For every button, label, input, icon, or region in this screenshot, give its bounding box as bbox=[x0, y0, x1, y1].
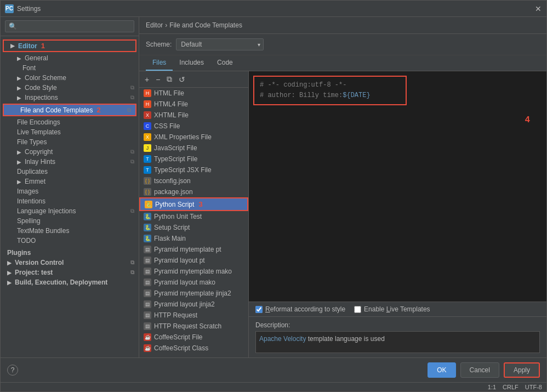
file-item-python-script[interactable]: 🐍 Python Script 3 bbox=[139, 197, 248, 211]
project-label: Project: test bbox=[15, 269, 53, 276]
file-encodings-label: File Encodings bbox=[17, 118, 60, 126]
label-1: 1 bbox=[41, 42, 45, 50]
reformat-checkbox[interactable] bbox=[255, 306, 263, 313]
file-item-xml-properties[interactable]: X XML Properties File bbox=[139, 132, 248, 143]
file-item-pyramid-layout-mako[interactable]: ▤ Pyramid layout mako bbox=[139, 277, 248, 288]
cancel-button[interactable]: Cancel bbox=[460, 362, 499, 378]
build-label: Build, Execution, Deployment bbox=[15, 279, 107, 286]
file-item-tsconfig[interactable]: { } tsconfig.json bbox=[139, 175, 248, 186]
file-item-http-request[interactable]: ▤ HTTP Request bbox=[139, 310, 248, 321]
plugins-label: Plugins bbox=[7, 249, 31, 257]
title-bar: PC Settings ✕ bbox=[1, 1, 546, 17]
sidebar-item-file-and-code-templates[interactable]: File and Code Templates 2 ⧉ bbox=[4, 105, 135, 115]
sidebar-item-project[interactable]: ▶ Project: test ⧉ bbox=[1, 268, 139, 277]
reformat-checkbox-label[interactable]: Reformat according to style bbox=[255, 305, 345, 313]
file-item-pyramid-mytemplate-jinja2[interactable]: ▤ Pyramid mytemplate jinja2 bbox=[139, 288, 248, 299]
add-button[interactable]: + bbox=[143, 74, 151, 85]
sidebar-item-live-templates[interactable]: Live Templates bbox=[1, 127, 139, 137]
ok-button[interactable]: OK bbox=[428, 362, 455, 378]
icon-xml: X bbox=[144, 133, 151, 141]
sidebar-item-textmate-bundles[interactable]: TextMate Bundles bbox=[1, 226, 139, 236]
sidebar-item-copyright[interactable]: ▶ Copyright ⧉ bbox=[1, 147, 139, 157]
breadcrumb-separator: › bbox=[165, 21, 167, 29]
remove-button[interactable]: − bbox=[153, 74, 162, 85]
icon-pyramid-layout-pt: ▤ bbox=[144, 257, 151, 264]
sidebar-item-emmet[interactable]: ▶ Emmet bbox=[1, 177, 139, 186]
file-item-html[interactable]: H HTML File bbox=[139, 88, 248, 99]
file-item-pyramid-mytemplate-pt[interactable]: ▤ Pyramid mytemplate pt bbox=[139, 244, 248, 255]
sidebar-item-todo[interactable]: TODO bbox=[1, 236, 139, 246]
file-item-flask-main[interactable]: 🐍 Flask Main bbox=[139, 233, 248, 244]
file-item-pyramid-layout-jinja2[interactable]: ▤ Pyramid layout jinja2 bbox=[139, 299, 248, 310]
scheme-select[interactable]: Default Project bbox=[176, 38, 264, 50]
file-item-http-request-scratch[interactable]: ▤ HTTP Request Scratch bbox=[139, 321, 248, 332]
sidebar-item-build[interactable]: ▶ Build, Execution, Deployment bbox=[1, 277, 139, 287]
vc-arrow: ▶ bbox=[7, 260, 13, 266]
sidebar-item-file-encodings[interactable]: File Encodings bbox=[1, 117, 139, 127]
sidebar-item-inspections[interactable]: ▶ Inspections ⧉ bbox=[1, 93, 139, 103]
file-label-xml-properties: XML Properties File bbox=[154, 133, 212, 141]
sidebar-item-color-scheme[interactable]: ▶ Color Scheme bbox=[1, 73, 139, 83]
description-label: Description: bbox=[255, 321, 540, 329]
sidebar-item-images[interactable]: Images bbox=[1, 186, 139, 196]
sidebar-item-general[interactable]: ▶ General bbox=[1, 53, 139, 63]
live-templates-checkbox[interactable] bbox=[354, 306, 361, 313]
sidebar-item-language-injections[interactable]: Language Injections ⧉ bbox=[1, 206, 139, 216]
tab-code[interactable]: Code bbox=[210, 55, 240, 71]
sidebar-item-file-types[interactable]: File Types bbox=[1, 137, 139, 147]
code-editor-area[interactable]: # -*- coding:utf-8 -*- # author: Billy t… bbox=[249, 71, 546, 302]
search-input[interactable] bbox=[5, 20, 134, 32]
file-item-css[interactable]: C CSS File bbox=[139, 121, 248, 132]
emmet-arrow: ▶ bbox=[17, 179, 22, 185]
icon-tsconfig: { } bbox=[144, 177, 151, 185]
icon-pyramid-mytemplate-pt: ▤ bbox=[144, 246, 151, 253]
file-label-pyramid-layout-mako: Pyramid layout mako bbox=[154, 279, 215, 286]
file-item-python-unit-test[interactable]: 🐍 Python Unit Test bbox=[139, 211, 248, 222]
file-item-coffeescript-file[interactable]: ☕ CoffeeScript File bbox=[139, 332, 248, 343]
help-button[interactable]: ? bbox=[7, 365, 18, 376]
icon-pyramid-layout-jinja2: ▤ bbox=[144, 300, 151, 308]
file-item-javascript[interactable]: J JavaScript File bbox=[139, 143, 248, 154]
icon-python-script: 🐍 bbox=[145, 201, 152, 208]
sidebar-item-plugins[interactable]: Plugins bbox=[1, 248, 139, 258]
copy-icon-copyright: ⧉ bbox=[130, 149, 134, 155]
live-templates-checkbox-label[interactable]: Enable Live Templates bbox=[354, 305, 430, 313]
file-item-coffeescript-class[interactable]: ☕ CoffeeScript Class bbox=[139, 343, 248, 354]
file-label-http-request: HTTP Request bbox=[154, 311, 197, 319]
sidebar-item-editor[interactable]: ▶ Editor 1 bbox=[4, 41, 135, 51]
file-item-xhtml[interactable]: X XHTML File bbox=[139, 110, 248, 121]
copy-icon-vc: ⧉ bbox=[130, 259, 134, 266]
file-label-xhtml: XHTML File bbox=[154, 111, 189, 119]
sidebar-item-code-style[interactable]: ▶ Code Style ⧉ bbox=[1, 83, 139, 93]
sidebar-item-inlay-hints[interactable]: ▶ Inlay Hints ⧉ bbox=[1, 157, 139, 167]
version-control-label: Version Control bbox=[15, 259, 64, 266]
icon-ts: T bbox=[144, 155, 151, 163]
file-item-pyramid-mytemplate-mako[interactable]: ▤ Pyramid mytemplate mako bbox=[139, 266, 248, 277]
emmet-label: Emmet bbox=[25, 178, 45, 185]
file-label-javascript: JavaScript File bbox=[154, 144, 197, 152]
file-item-setup-script[interactable]: 🐍 Setup Script bbox=[139, 222, 248, 233]
file-types-label: File Types bbox=[17, 138, 47, 146]
reset-button[interactable]: ↺ bbox=[176, 74, 187, 85]
file-item-html4[interactable]: H HTML4 File bbox=[139, 99, 248, 110]
code-line-1: # -*- coding:utf-8 -*- bbox=[260, 80, 400, 90]
tab-includes[interactable]: Includes bbox=[173, 55, 210, 71]
code-options: Reformat according to style Enable Live … bbox=[249, 302, 546, 317]
tab-files[interactable]: Files bbox=[146, 55, 173, 71]
sidebar-item-intentions[interactable]: Intentions bbox=[1, 196, 139, 206]
copy-button[interactable]: ⧉ bbox=[164, 73, 174, 85]
file-item-typescript-jsx[interactable]: T TypeScript JSX File bbox=[139, 164, 248, 175]
close-button[interactable]: ✕ bbox=[534, 5, 542, 13]
sidebar-item-spelling[interactable]: Spelling bbox=[1, 216, 139, 226]
apache-velocity-link[interactable]: Apache Velocity bbox=[259, 335, 306, 343]
color-scheme-arrow: ▶ bbox=[17, 75, 22, 81]
sidebar-item-duplicates[interactable]: Duplicates bbox=[1, 167, 139, 177]
file-item-package-json[interactable]: { } package.json bbox=[139, 186, 248, 197]
app-icon: PC bbox=[5, 4, 14, 13]
apply-button[interactable]: Apply bbox=[504, 362, 540, 378]
file-list-panel: + − ⧉ ↺ H HTML File H HTML4 File bbox=[139, 71, 249, 357]
file-item-typescript[interactable]: T TypeScript File bbox=[139, 154, 248, 164]
sidebar-item-font[interactable]: Font bbox=[1, 63, 139, 73]
file-item-pyramid-layout-pt[interactable]: ▤ Pyramid layout pt bbox=[139, 255, 248, 266]
sidebar-item-version-control[interactable]: ▶ Version Control ⧉ bbox=[1, 258, 139, 268]
